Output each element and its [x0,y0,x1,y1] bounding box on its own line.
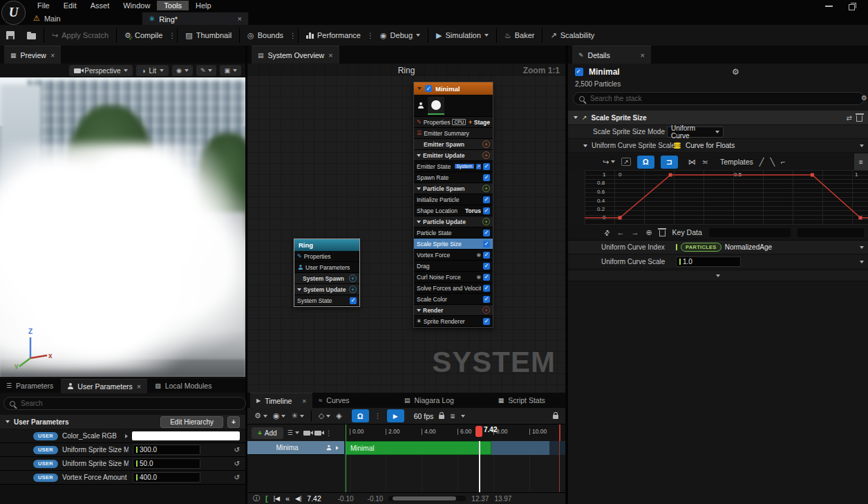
prev-key-icon[interactable]: ← [616,228,624,236]
apply-scratch-button[interactable]: ↪Apply Scratch [46,25,115,46]
playhead-marker[interactable] [475,426,482,437]
enabled-checkbox[interactable] [483,296,490,303]
snap-time-button[interactable]: Ω [637,156,654,169]
minimize-button[interactable] [825,6,833,7]
reset-icon[interactable]: ↺ [234,460,240,467]
add-module-button[interactable]: + [349,286,357,293]
add-module-button[interactable]: + [482,140,490,148]
enabled-checkbox[interactable] [483,285,490,292]
emitter-enabled-checkbox[interactable] [425,85,432,92]
ring-node-header[interactable]: Ring [294,239,359,251]
scale-dropdown[interactable] [860,261,864,263]
enabled-checkbox[interactable] [483,241,490,248]
performance-options-button[interactable]: ⋮ [367,32,374,39]
add-module-button[interactable]: + [349,274,357,282]
snapping-button[interactable]: Ω [352,409,369,422]
filter-button[interactable]: ☰ [287,429,299,436]
trash-icon[interactable] [856,115,862,122]
template-rise-icon[interactable]: ╱ [760,158,764,167]
performance-button[interactable]: Performance [300,25,367,46]
render-group[interactable]: Render+ [414,305,493,316]
lit-dropdown[interactable]: ◑Lit [136,65,169,76]
reset-icon[interactable]: ↺ [234,446,240,454]
tab-curves[interactable]: ≈Curves [312,393,377,408]
expand-chevron[interactable] [860,144,864,147]
work-range-start[interactable]: -0.10 [368,495,384,503]
enabled-checkbox[interactable] [483,252,490,259]
module-curl-noise-force[interactable]: Curl Noise Force◉ [414,272,493,283]
section-expand-chevron[interactable] [568,271,868,281]
emitter-spawn-group[interactable]: Emitter Spawn+ [414,139,493,150]
gear-icon[interactable]: ⚙ [732,67,739,77]
module-scale-sprite-size[interactable]: Scale Sprite Size [414,239,493,250]
param-row-size-max[interactable]: USER Uniform Sprite Size M 300.0 ↺ [0,443,245,457]
stack-search[interactable] [573,92,865,105]
tab-user-parameters[interactable]: User Parameters [61,379,147,393]
param-row-vortex[interactable]: USER Vortex Force Amount 400.0 ↺ [0,471,245,485]
auto-key-button[interactable]: ◈ [336,411,341,420]
playback-options-button[interactable]: ✳ [291,411,303,420]
keep-playhead-button[interactable]: ▶ [387,409,404,422]
keyframe-options-button[interactable]: ◇ [319,411,330,420]
visibility-icon[interactable]: ◉ [476,274,481,280]
template-fall-icon[interactable]: ╲ [770,158,775,167]
value-input[interactable]: 400.0 [133,472,200,483]
view-range-end[interactable]: 12.37 [471,495,489,503]
menu-file[interactable]: File [30,1,57,10]
search-input[interactable] [19,399,240,408]
reset-icon[interactable]: ↺ [234,474,240,481]
clapper-icon[interactable] [314,431,321,436]
step-back-button[interactable]: « [285,494,290,503]
tab-system-overview[interactable]: ▤ System Overview [252,46,339,64]
value-input[interactable]: 50.0 [133,458,200,469]
track-header-minimal[interactable]: Minima [247,441,344,455]
minimal-node-header[interactable]: Minimal [414,82,493,95]
asset-tab-ring[interactable]: ✳ Ring* [142,12,249,26]
camera-icon[interactable] [303,431,310,436]
edit-hierarchy-button[interactable]: Edit Hierarchy [160,416,223,428]
tab-parameters[interactable]: ☰Parameters [0,379,59,393]
curve-graph[interactable]: 1 0.8 0.6 0.4 0.2 0 0 0.5 1 [585,170,868,225]
param-row-color[interactable]: USER Color_Scale RGB [0,429,245,443]
add-key-icon[interactable]: ⊕ [645,228,652,237]
emitter-update-group[interactable]: Emitter Update+ [414,150,493,161]
go-to-start-button[interactable]: |◀ [274,495,280,502]
module-initialize-particle[interactable]: Initialize Particle [414,194,493,205]
index-dropdown[interactable] [860,246,864,249]
snap-value-button[interactable]: ⊐ [661,156,678,169]
emitter-properties-row[interactable]: ✎ Properties CPU + Stage [414,117,493,128]
stretch-icon[interactable]: ≍ [702,158,708,167]
enabled-checkbox[interactable] [483,274,490,281]
module-particle-state[interactable]: Particle State [414,227,493,239]
ring-system-state-row[interactable]: System State [294,295,359,306]
debug-button[interactable]: ◉Debug [374,25,426,46]
stack-search-input[interactable] [589,94,858,103]
compile-options-button[interactable]: ⋮ [169,32,176,39]
simulation-button[interactable]: ▶Simulation [430,25,495,46]
add-module-button[interactable]: + [482,185,490,192]
module-scale-color[interactable]: Scale Color [414,294,493,305]
tab-timeline[interactable]: ▶Timeline [250,393,312,409]
mode-dropdown[interactable]: Uniform Curve [667,127,724,138]
delete-key-icon[interactable] [659,230,666,236]
close-preview-button[interactable] [50,51,55,59]
snap-options-button[interactable]: ⋮ [375,412,381,420]
enabled-checkbox[interactable] [483,174,490,181]
timeline-scrollbar[interactable] [388,496,466,501]
enabled-checkbox[interactable] [483,163,490,170]
fps-dropdown[interactable] [461,415,465,418]
tab-script-stats[interactable]: ▦Script Stats [492,393,565,408]
value-input[interactable]: 300.0 [133,445,200,455]
key-time-input[interactable] [709,228,791,237]
time-ruler[interactable]: 0.00 2.00 4.00 6.00 8.00 10.00 7.42 [344,424,565,442]
info-icon[interactable]: ⓘ [253,494,260,503]
module-solve-forces[interactable]: Solve Forces and Velocity [414,283,493,294]
visualizers-dropdown[interactable]: ✎ [196,65,217,76]
search-settings-icon[interactable]: ⚙ [861,94,867,102]
emitter-thumbnail[interactable] [428,97,444,115]
emitter-enabled-checkbox[interactable] [575,68,583,76]
menu-window[interactable]: Window [116,1,157,10]
scalability-button[interactable]: ↗Scalability [544,25,601,46]
scale-curve[interactable] [585,170,868,225]
emitter-node-minimal[interactable]: Minimal ✎ Properties CPU + Stage ☰Emitte… [413,82,493,328]
